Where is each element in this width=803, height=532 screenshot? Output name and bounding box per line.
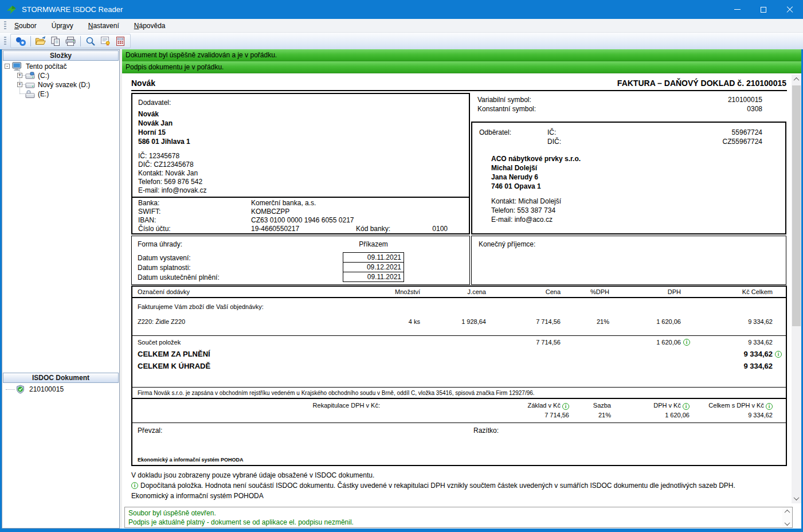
customer-box: Odběratel: IČ: 55967724 DIČ: CZ55967724 … (471, 122, 786, 234)
customer-ic-value: 55967724 (732, 128, 762, 136)
due-date-field: 09.12.2021 (343, 262, 404, 272)
drive-icon (25, 71, 36, 80)
bank-box: Banka:Komerční banka, a.s. SWIFT:KOMBCZP… (131, 197, 470, 234)
magnifier-icon (85, 36, 96, 46)
window-title: STORMWARE ISDOC Reader (22, 5, 123, 14)
close-icon (786, 6, 793, 13)
supplier-detail-line: Telefon: 569 876 542 (138, 178, 202, 186)
chevron-down-icon (785, 520, 790, 526)
table-header-row: Označení dodávky Množství J.cena Cena %D… (132, 285, 786, 298)
window-controls (724, 0, 803, 19)
copy-button[interactable] (48, 35, 63, 48)
supplier-box: Dodavatel: Novák Novák Jan Horní 15 586 … (131, 93, 470, 198)
supplier-label: Dodavatel: (138, 99, 171, 107)
menu-soubor[interactable]: Soubor (7, 19, 44, 32)
customer-dic-label: DIČ: (547, 138, 561, 146)
stormware-logo-icon (6, 5, 17, 15)
document-view: Novák FAKTURA – DAŇOVÝ DOKLAD č. 2101000… (122, 73, 801, 504)
supplier-detail-line: DIČ: CZ12345678 (138, 161, 194, 169)
maximize-button[interactable] (750, 0, 777, 19)
app-window: STORMWARE ISDOC Reader Soubor Úpravy Nas… (0, 0, 803, 532)
bank-row: Banka:Komerční banka, a.s. (132, 199, 469, 208)
doc-note-line: V dokladu jsou zobrazeny pouze vybrané ú… (131, 471, 374, 479)
chevron-up-icon (785, 509, 790, 515)
customer-name-line: Michal Dolejší (491, 164, 537, 172)
table-item-row: Z220: Židle Z220 4 ks 1 928,64 7 714,56 … (132, 318, 786, 325)
doc-note-line: iDopočítaná položka. Hodnota není součás… (131, 482, 735, 490)
scroll-up-button[interactable] (792, 75, 801, 84)
payment-method-value: Příkazem (343, 240, 404, 248)
customer-ic-label: IČ: (547, 128, 556, 136)
scroll-down-button[interactable] (792, 494, 801, 503)
taxable-date-field: 09.11.2021 (343, 272, 404, 282)
pohoda-footer-note: Ekonomický a informační systém POHODA (138, 456, 244, 464)
maximize-icon (761, 7, 766, 13)
menu-nastaveni[interactable]: Nastavení (81, 19, 126, 32)
shield-check-icon (15, 385, 26, 394)
expand-expander[interactable]: + (17, 82, 22, 87)
invoice-vendor-header: Novák (131, 79, 155, 88)
minimize-button[interactable] (724, 0, 750, 19)
status-scrollbar[interactable] (782, 507, 792, 527)
toolbar-separator (30, 36, 31, 46)
isdoc-document-label: 210100015 (29, 385, 64, 393)
isdoc-logo-button[interactable] (13, 35, 28, 48)
scrollbar-thumb[interactable] (792, 85, 801, 326)
scroll-down-button[interactable] (782, 519, 792, 527)
date-label: Datum splatnosti: (138, 264, 191, 272)
folders-panel-header: Složky (3, 50, 119, 61)
isdoc-panel-header: ISDOC Dokument (3, 373, 119, 383)
calculator-button[interactable] (113, 35, 128, 48)
tree-item-drive-d[interactable]: + Nový svazek (D:) (2, 80, 119, 89)
print-icon (65, 36, 76, 46)
supplier-detail-line: IČ: 12345678 (138, 152, 179, 160)
scroll-up-button[interactable] (782, 507, 792, 515)
table-note-row: Fakturujeme Vám zboží dle Vaší objednávk… (138, 303, 264, 311)
toolbar-group (10, 34, 131, 48)
expand-expander[interactable]: + (17, 73, 22, 78)
tree-item-tento-pocitac[interactable]: - Tento počítač (2, 62, 119, 71)
table-rule (132, 387, 786, 388)
validation-message: Dokument byl úspěšně zvalidován a je v p… (122, 49, 801, 61)
date-label: Datum vystavení: (138, 254, 191, 262)
close-button[interactable] (777, 0, 803, 19)
toolbar-separator (80, 36, 81, 46)
customer-contact-line: E-mail: info@aco.cz (491, 216, 553, 224)
open-file-button[interactable] (33, 35, 48, 48)
tree-item-drive-c[interactable]: + (C:) (2, 71, 119, 80)
minimize-icon (734, 9, 741, 10)
supplier-name-line: Horní 15 (138, 128, 166, 136)
customer-name-line: ACO nábytkové prvky s.r.o. (491, 155, 581, 163)
bank-row: SWIFT:KOMBCZPP (132, 208, 469, 216)
validation-banner: Dokument byl úspěšně zvalidován a je v p… (122, 49, 801, 73)
zoom-button[interactable] (83, 35, 98, 48)
tree-item-drive-e[interactable]: (E:) (2, 89, 119, 99)
cd-drive-icon (25, 89, 36, 99)
date-label: Datum uskutečnění plnění: (138, 273, 220, 281)
signature-message: Podpis dokumentu je v pořádku. (122, 61, 801, 73)
menu-grip[interactable] (4, 21, 6, 30)
collapse-expander[interactable]: - (5, 64, 10, 69)
customer-name-line: Jana Nerudy 6 (491, 173, 538, 181)
payment-method-label: Forma úhrady: (138, 240, 182, 248)
document-scrollbar[interactable] (792, 75, 801, 503)
menu-upravy[interactable]: Úpravy (45, 19, 80, 32)
print-button[interactable] (63, 35, 78, 48)
signature-button[interactable] (98, 35, 113, 48)
invoice-title: FAKTURA – DAŇOVÝ DOKLAD č. 210100015 (617, 79, 786, 88)
menu-napoveda[interactable]: Nápověda (127, 19, 173, 32)
final-recipient-box: Konečný příjemce: (471, 236, 786, 285)
variable-symbol-row: Variabilní symbol:210100015 (471, 96, 786, 105)
toolbar-grip[interactable] (4, 37, 6, 45)
table-rule-thick (132, 398, 786, 399)
bank-row: Číslo účtu:19-4660550217Kód banky:0100 (132, 225, 469, 233)
bottom-area: Soubor byl úspěšně otevřen. Podpis je ak… (122, 504, 801, 529)
symbols-block: Variabilní symbol:210100015 Konstantní s… (471, 96, 786, 115)
isdoc-document-item[interactable]: 210100015 (2, 385, 119, 394)
vat-recap-header-row: Rekapitulace DPH v Kč: Základ v Kč i Saz… (132, 402, 786, 410)
window-border (0, 529, 803, 532)
toolbar (0, 33, 803, 49)
handover-label: Převzal: (138, 427, 162, 435)
certificate-icon (100, 36, 111, 46)
chevron-down-icon (794, 495, 800, 500)
